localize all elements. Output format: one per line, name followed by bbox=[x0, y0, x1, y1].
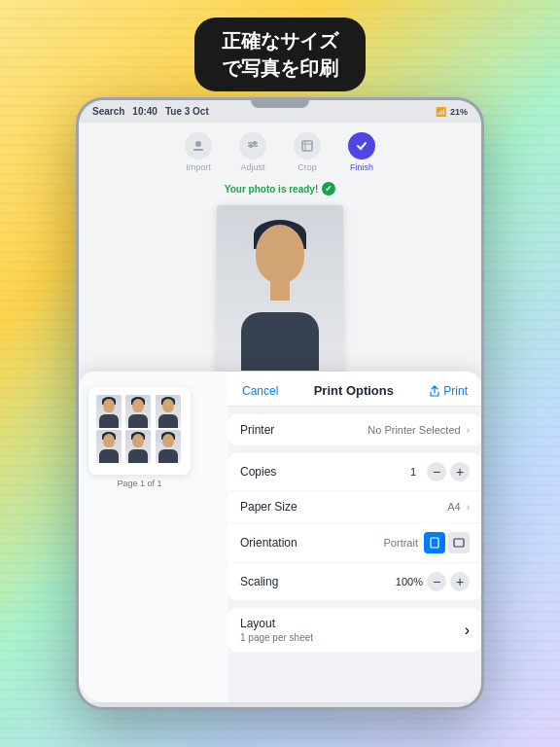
photo-ready-message: Your photo is ready! ✓ bbox=[79, 178, 481, 199]
print-options-header: Cancel Print Options Print bbox=[228, 372, 481, 407]
paper-size-row[interactable]: Paper Size A4 › bbox=[228, 491, 481, 523]
copies-decrease-button[interactable]: − bbox=[427, 462, 446, 481]
copies-increase-button[interactable]: + bbox=[450, 462, 470, 481]
thumb-grid bbox=[96, 395, 183, 463]
bottom-panel: Page 1 of 1 Cancel Print Options Print bbox=[79, 372, 481, 702]
printer-chevron-icon: › bbox=[467, 425, 470, 436]
printer-label: Printer bbox=[240, 423, 274, 437]
print-options-body: Printer No Printer Selected › Copies bbox=[228, 407, 481, 694]
main-photo bbox=[217, 205, 343, 371]
printer-selected-text: No Printer Selected bbox=[368, 424, 460, 436]
paper-size-value: A4 › bbox=[447, 501, 470, 513]
scaling-label: Scaling bbox=[240, 575, 278, 588]
camera-bump bbox=[251, 100, 309, 108]
step-finish[interactable]: Finish bbox=[348, 132, 375, 172]
thumb-cell-2 bbox=[125, 395, 151, 428]
svg-rect-6 bbox=[302, 141, 312, 151]
thumb-cell-1 bbox=[96, 395, 122, 428]
thumb-cell-5 bbox=[125, 430, 151, 463]
svg-point-3 bbox=[249, 144, 253, 148]
copies-row: Copies 1 − + bbox=[228, 453, 481, 491]
orientation-value: Portrait bbox=[384, 532, 470, 553]
step-bar: Import Adjust bbox=[79, 123, 481, 178]
scaling-value: 100% − + bbox=[396, 572, 470, 591]
tablet-inner: Search 10:40 Tue 3 Oct 📶 21% bbox=[79, 100, 481, 707]
page-label: Page 1 of 1 bbox=[88, 479, 191, 488]
layout-section[interactable]: Layout 1 page per sheet › bbox=[228, 608, 481, 652]
step-crop-circle bbox=[294, 132, 321, 160]
person-head bbox=[256, 225, 304, 283]
share-icon bbox=[429, 385, 440, 397]
step-import-circle bbox=[185, 132, 212, 160]
svg-point-5 bbox=[253, 141, 257, 145]
step-import[interactable]: Import bbox=[185, 132, 212, 172]
print-options-panel: Cancel Print Options Print bbox=[228, 372, 481, 702]
print-label: Print bbox=[443, 384, 468, 398]
photo-ready-text: Your photo is ready! bbox=[225, 184, 319, 195]
print-options-title: Print Options bbox=[314, 383, 394, 398]
title-line2: で写真を印刷 bbox=[222, 54, 338, 82]
orientation-text: Portrait bbox=[384, 537, 418, 549]
time-label: 10:40 bbox=[132, 106, 158, 117]
svg-rect-1 bbox=[193, 149, 203, 151]
landscape-button[interactable] bbox=[448, 532, 470, 553]
step-crop[interactable]: Crop bbox=[294, 132, 321, 172]
thumb-cell-6 bbox=[156, 430, 181, 463]
step-finish-circle bbox=[348, 132, 375, 160]
person-neck bbox=[270, 281, 290, 301]
layout-subtitle: 1 page per sheet bbox=[240, 632, 313, 643]
scaling-increase-button[interactable]: + bbox=[450, 572, 470, 591]
step-adjust-circle bbox=[239, 132, 266, 160]
svg-rect-9 bbox=[431, 538, 438, 548]
layout-info: Layout 1 page per sheet bbox=[240, 617, 313, 643]
printer-value: No Printer Selected › bbox=[368, 424, 470, 436]
print-settings-section: Copies 1 − + Paper Si bbox=[228, 453, 481, 600]
layout-title: Layout bbox=[240, 617, 313, 630]
title-line1: 正確なサイズ bbox=[222, 27, 338, 54]
printer-row[interactable]: Printer No Printer Selected › bbox=[228, 414, 481, 445]
paper-size-label: Paper Size bbox=[240, 500, 298, 514]
layout-row: Layout 1 page per sheet › bbox=[228, 608, 481, 652]
thumbnail-area: Page 1 of 1 bbox=[88, 387, 191, 488]
scaling-percent: 100% bbox=[396, 576, 423, 587]
paper-size-text: A4 bbox=[447, 501, 460, 513]
app-content: Import Adjust bbox=[79, 123, 481, 702]
portrait-button[interactable] bbox=[424, 532, 445, 553]
layout-chevron-icon: › bbox=[465, 622, 470, 639]
svg-point-0 bbox=[195, 141, 201, 147]
svg-rect-10 bbox=[454, 539, 464, 547]
person-body bbox=[241, 312, 319, 371]
landscape-icon bbox=[453, 538, 465, 548]
paper-size-chevron-icon: › bbox=[467, 502, 470, 513]
copies-label: Copies bbox=[240, 465, 276, 479]
print-button[interactable]: Print bbox=[429, 384, 468, 398]
scaling-stepper: 100% − + bbox=[396, 572, 470, 591]
battery-label: 21% bbox=[450, 107, 468, 117]
wifi-icon: 📶 bbox=[436, 107, 446, 117]
scaling-decrease-button[interactable]: − bbox=[427, 572, 446, 591]
check-icon: ✓ bbox=[322, 182, 335, 196]
cancel-button[interactable]: Cancel bbox=[242, 384, 278, 398]
thumb-cell-3 bbox=[156, 395, 181, 428]
copies-value: 1 − + bbox=[403, 462, 470, 481]
step-import-label: Import bbox=[186, 162, 211, 172]
orientation-row: Orientation Portrait bbox=[228, 523, 481, 563]
step-crop-label: Crop bbox=[298, 162, 317, 172]
step-adjust-label: Adjust bbox=[240, 162, 264, 172]
tablet-frame: Search 10:40 Tue 3 Oct 📶 21% bbox=[76, 97, 484, 710]
search-label: Search bbox=[92, 106, 124, 117]
orientation-buttons bbox=[424, 532, 470, 553]
title-badge: 正確なサイズ で写真を印刷 bbox=[194, 18, 366, 91]
photo-bg bbox=[217, 205, 343, 371]
printer-section: Printer No Printer Selected › bbox=[228, 414, 481, 445]
step-adjust[interactable]: Adjust bbox=[239, 132, 266, 172]
orientation-label: Orientation bbox=[240, 536, 298, 550]
copies-count: 1 bbox=[403, 466, 423, 478]
thumb-cell-4 bbox=[96, 430, 122, 463]
portrait-icon bbox=[430, 537, 439, 549]
main-photo-area bbox=[79, 199, 481, 376]
date-label: Tue 3 Oct bbox=[165, 106, 209, 117]
scaling-row: Scaling 100% − + bbox=[228, 563, 481, 600]
step-finish-label: Finish bbox=[350, 162, 373, 172]
copies-stepper: 1 − + bbox=[403, 462, 470, 481]
